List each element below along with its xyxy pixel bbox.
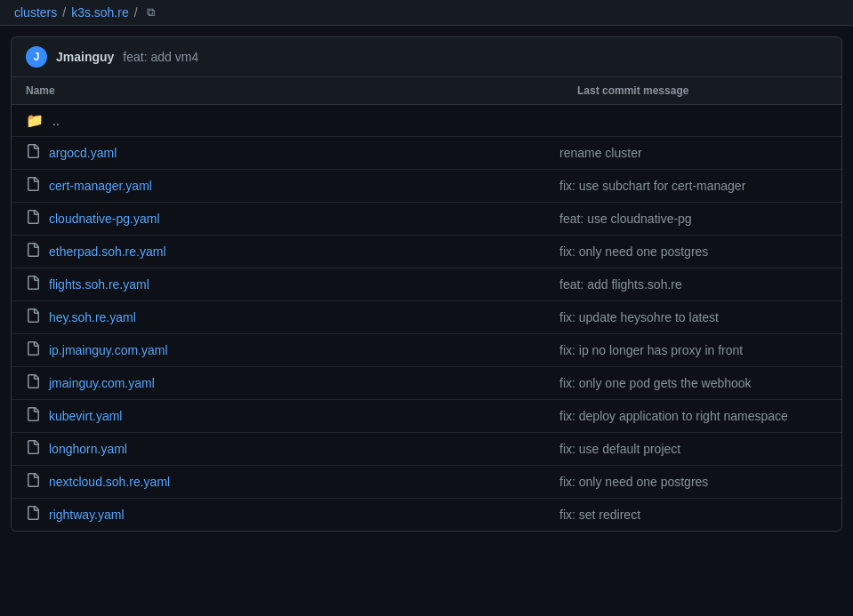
file-commit-message: fix: ip no longer has proxy in front <box>559 343 827 357</box>
table-row: 📁.. <box>12 105 841 137</box>
file-table: Name Last commit message 📁..argocd.yamlr… <box>11 77 842 532</box>
table-row: cert-manager.yamlfix: use subchart for c… <box>12 170 841 203</box>
file-icon <box>26 144 40 162</box>
file-name[interactable]: hey.soh.re.yaml <box>49 310 136 324</box>
file-commit-message: feat: add flights.soh.re <box>559 277 827 292</box>
file-icon <box>26 374 40 392</box>
file-icon <box>26 506 40 524</box>
file-name[interactable]: cloudnative-pg.yaml <box>49 212 160 226</box>
commit-author[interactable]: Jmainguy <box>56 50 114 64</box>
file-commit-message: fix: set redirect <box>559 508 827 522</box>
file-name[interactable]: rightway.yaml <box>49 508 125 522</box>
file-commit-message: fix: update heysohre to latest <box>559 310 827 324</box>
file-name[interactable]: argocd.yaml <box>49 146 117 160</box>
file-icon <box>26 341 40 359</box>
file-name[interactable]: flights.soh.re.yaml <box>49 277 149 292</box>
file-commit-message: feat: use cloudnative-pg <box>559 212 827 226</box>
folder-name[interactable]: .. <box>52 114 60 128</box>
file-commit-message: fix: only need one postgres <box>559 244 827 259</box>
commit-message: feat: add vm4 <box>123 50 198 64</box>
file-commit-message: rename cluster <box>559 146 827 160</box>
table-row: ip.jmainguy.com.yamlfix: ip no longer ha… <box>12 334 841 367</box>
file-name[interactable]: etherpad.soh.re.yaml <box>49 244 166 259</box>
file-commit-message: fix: only one pod gets the webhook <box>559 376 827 390</box>
commit-bar: J Jmainguy feat: add vm4 <box>11 36 842 77</box>
col-name-header: Name <box>26 84 577 97</box>
table-row: jmainguy.com.yamlfix: only one pod gets … <box>12 367 841 400</box>
file-icon <box>26 407 40 425</box>
file-icon <box>26 440 40 458</box>
table-row: longhorn.yamlfix: use default project <box>12 433 841 466</box>
table-row: argocd.yamlrename cluster <box>12 137 841 170</box>
copy-path-icon[interactable]: ⧉ <box>147 5 155 20</box>
table-row: etherpad.soh.re.yamlfix: only need one p… <box>12 236 841 268</box>
file-icon <box>26 177 40 195</box>
breadcrumb-clusters[interactable]: clusters <box>14 5 57 20</box>
file-name[interactable]: cert-manager.yaml <box>49 179 152 193</box>
file-icon <box>26 276 40 293</box>
breadcrumb-sep-2: / <box>134 5 138 20</box>
table-row: nextcloud.soh.re.yamlfix: only need one … <box>12 466 841 499</box>
file-icon <box>26 473 40 491</box>
file-rows-container: 📁..argocd.yamlrename clustercert-manager… <box>12 105 841 531</box>
col-commit-header: Last commit message <box>577 84 827 97</box>
file-icon <box>26 210 40 228</box>
file-icon <box>26 308 40 326</box>
file-commit-message: fix: use default project <box>559 442 827 456</box>
table-row: flights.soh.re.yamlfeat: add flights.soh… <box>12 268 841 301</box>
file-name[interactable]: kubevirt.yaml <box>49 409 122 423</box>
file-commit-message: fix: use subchart for cert-manager <box>559 179 827 193</box>
file-icon <box>26 243 40 260</box>
file-commit-message: fix: only need one postgres <box>559 475 827 489</box>
table-header: Name Last commit message <box>12 77 841 105</box>
file-commit-message: fix: deploy application to right namespa… <box>559 409 827 423</box>
file-name[interactable]: longhorn.yaml <box>49 442 127 456</box>
file-name[interactable]: jmainguy.com.yaml <box>49 376 155 390</box>
table-row: rightway.yamlfix: set redirect <box>12 499 841 531</box>
breadcrumb-sep-1: / <box>62 5 66 20</box>
breadcrumb-nav: clusters / k3s.soh.re / ⧉ <box>0 0 853 26</box>
table-row: cloudnative-pg.yamlfeat: use cloudnative… <box>12 203 841 236</box>
avatar: J <box>26 46 47 68</box>
folder-icon: 📁 <box>26 112 44 129</box>
table-row: kubevirt.yamlfix: deploy application to … <box>12 400 841 433</box>
file-name[interactable]: ip.jmainguy.com.yaml <box>49 343 168 357</box>
file-name[interactable]: nextcloud.soh.re.yaml <box>49 475 170 489</box>
breadcrumb-repo[interactable]: k3s.soh.re <box>71 5 129 20</box>
table-row: hey.soh.re.yamlfix: update heysohre to l… <box>12 301 841 334</box>
